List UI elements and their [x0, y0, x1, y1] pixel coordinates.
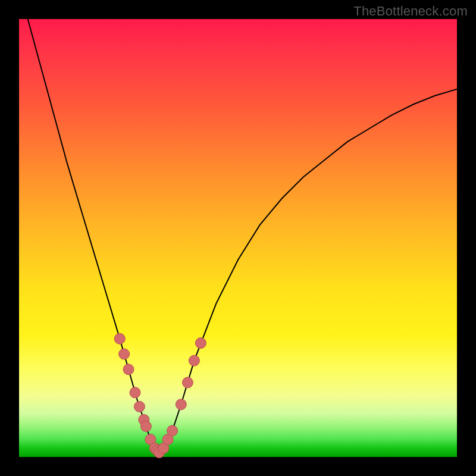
- curve-marker: [134, 401, 145, 412]
- curve-marker: [189, 355, 199, 366]
- curve-marker: [195, 338, 206, 349]
- watermark-text: TheBottleneck.com: [353, 4, 468, 19]
- curve-marker: [119, 349, 130, 359]
- curve-marker: [176, 399, 186, 410]
- curve-marker: [140, 421, 151, 432]
- chart-frame: TheBottleneck.com: [0, 0, 476, 476]
- curve-marker: [182, 377, 193, 388]
- curve-marker: [123, 364, 134, 375]
- chart-svg: [19, 19, 457, 457]
- bottleneck-curve-path: [28, 19, 457, 453]
- curve-marker: [167, 425, 178, 436]
- marker-group: [114, 333, 206, 458]
- curve-marker: [130, 387, 140, 398]
- curve-marker: [114, 333, 125, 344]
